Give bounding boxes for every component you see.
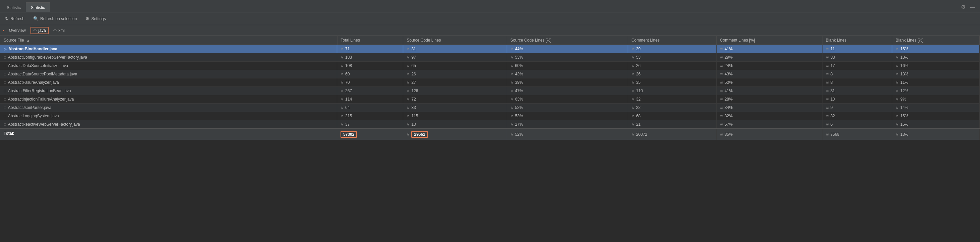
stack-icon: ≋ [896,55,899,60]
cell-total: ≋ 71 [337,45,403,53]
stack-icon: ≋ [340,72,344,76]
cell-comment: ≋ 26 [628,70,716,78]
xml-label: xml [58,28,65,33]
cell-src: ≋ 126 [403,87,507,95]
stack-icon: ≋ [511,64,514,68]
table-row[interactable]: □ AbstractDataSourceInitializer.java ≋ 1… [0,62,980,70]
cell-blank: ≋ 17 [822,62,892,70]
cell-comment: ≋ 68 [628,112,716,120]
cell-filename: □ AbstractDataSourcePoolMetadata.java [0,70,337,78]
table-row[interactable]: □ AbstractFailureAnalyzer.java ≋ 70 ≋ 27… [0,78,980,87]
refresh-on-selection-button[interactable]: 🔍 Refresh on selection [32,16,78,22]
cell-comment-pct: ≋ 50% [716,78,822,87]
footer-label: Total: [0,129,337,138]
stack-icon: ≋ [896,97,899,102]
cell-comment-pct: ≋ 41% [716,87,822,95]
cell-src: ≋ 65 [403,62,507,70]
file-icon: □ [4,80,6,84]
cell-blank-pct: ≋ 12% [892,87,980,95]
cell-src: ≋ 10 [403,120,507,129]
tab-label-2: Statistic [31,5,45,10]
stack-icon: ≋ [896,105,899,110]
col-source-code-lines[interactable]: Source Code Lines [403,36,507,45]
cell-filename: □ AbstractDataSourceInitializer.java [0,62,337,70]
table-row[interactable]: □ AbstractConfigurableWebServerFactory.j… [0,53,980,62]
java-label: java [38,28,46,33]
cell-blank-pct: ≋ 11% [892,78,980,87]
cell-src: ≋ 72 [403,95,507,103]
cell-filename: □ AbstractJsonParser.java [0,103,337,111]
stack-icon-footer-blank-pct: ≋ [896,132,899,137]
table-row[interactable]: □ AbstractLoggingSystem.java ≋ 215 ≋ 115… [0,112,980,120]
tab-statistic-2[interactable]: Statistic [26,2,50,13]
footer-total: 57302 [337,129,403,140]
cell-src-pct: ≋ 52% [507,103,628,112]
stack-icon: ≋ [632,72,635,76]
col-source-file[interactable]: Source File ▲ [0,36,337,45]
stack-icon: ≋ [720,55,723,60]
cell-filename: □ AbstractLoggingSystem.java [0,112,337,120]
table-row[interactable]: □ AbstractFilterRegistrationBean.java ≋ … [0,87,980,95]
window-gear-button[interactable]: ⚙ [960,3,966,11]
file-icon: □ [4,123,6,126]
cell-src: ≋ 115 [403,112,507,120]
col-blank-lines-pct[interactable]: Blank Lines [%] [892,36,980,45]
col-source-code-lines-pct[interactable]: Source Code Lines [%] [507,36,628,45]
stack-icon-footer-src: ≋ [407,132,410,137]
settings-label: Settings [91,16,106,21]
table-row[interactable]: □ AbstractInjectionFailureAnalyzer.java … [0,95,980,103]
subnav-xml[interactable]: <> xml [51,27,67,33]
footer-comment: ≋ 20072 [628,129,716,140]
col-comment-lines-pct[interactable]: Comment Lines [%] [716,36,822,45]
stack-icon: ≋ [720,114,723,118]
stack-icon: ≋ [632,80,635,85]
stack-icon: ≋ [896,123,899,127]
stack-icon: ≋ [896,47,899,51]
footer-src: ≋ 29662 [403,129,507,140]
footer-blank: ≋ 7568 [822,129,892,140]
col-total-lines[interactable]: Total Lines [337,36,403,45]
cell-src-pct: ≋ 44% [507,45,628,53]
cell-src-pct: ≋ 63% [507,95,628,103]
refresh-button[interactable]: ↻ Refresh [4,16,26,22]
settings-button[interactable]: ⚙ Settings [84,16,107,22]
table-row[interactable]: □ AbstractReactiveWebServerFactory.java … [0,120,980,129]
cell-blank: ≋ 32 [822,112,892,120]
footer-comment-pct: ≋ 35% [716,129,822,140]
cell-comment-pct: ≋ 29% [716,53,822,62]
stack-icon: ≋ [720,72,723,76]
stack-icon: ≋ [632,47,635,51]
subnav-overview[interactable]: Overview [7,27,28,33]
cell-comment: ≋ 21 [628,120,716,129]
refresh-on-selection-label: Refresh on selection [40,16,77,21]
cell-blank-pct: ≋ 14% [892,103,980,112]
search-icon: 🔍 [33,16,38,21]
stack-icon: ≋ [826,64,829,68]
cell-comment: ≋ 110 [628,87,716,95]
cell-blank: ≋ 10 [822,95,892,103]
cell-src-pct: ≋ 47% [507,87,628,95]
stack-icon: ≋ [340,80,344,85]
java-code-icon: <> [33,29,37,32]
window-minimize-button[interactable]: — [970,4,976,10]
cell-src-pct: ≋ 53% [507,112,628,120]
subnav-java[interactable]: <> java [30,27,49,34]
stack-icon: ≋ [896,89,899,93]
cell-src: ≋ 33 [403,103,507,112]
stack-icon: ≋ [340,64,344,68]
stack-icon: ≋ [340,105,344,110]
cell-comment-pct: ≋ 57% [716,120,822,129]
stack-icon: ≋ [511,105,514,110]
col-blank-lines[interactable]: Blank Lines [822,36,892,45]
table-row[interactable]: □ AbstractJsonParser.java ≋ 64 ≋ 33 ≋ 52… [0,103,980,112]
table-row[interactable]: □ AbstractDataSourcePoolMetadata.java ≋ … [0,70,980,78]
stack-icon: ≋ [896,114,899,118]
table-row[interactable]: ▷ AbstractBindHandler.java ≋ 71 ≋ 31 ≋ 4… [0,45,980,53]
tab-statistic-1[interactable]: Statistic [2,2,26,13]
col-comment-lines[interactable]: Comment Lines [628,36,716,45]
stack-icon: ≋ [826,80,829,85]
cell-src-pct: ≋ 60% [507,62,628,70]
stack-icon: ≋ [407,89,410,93]
cell-src: ≋ 31 [403,45,507,53]
sort-asc-icon: ▲ [27,38,30,42]
